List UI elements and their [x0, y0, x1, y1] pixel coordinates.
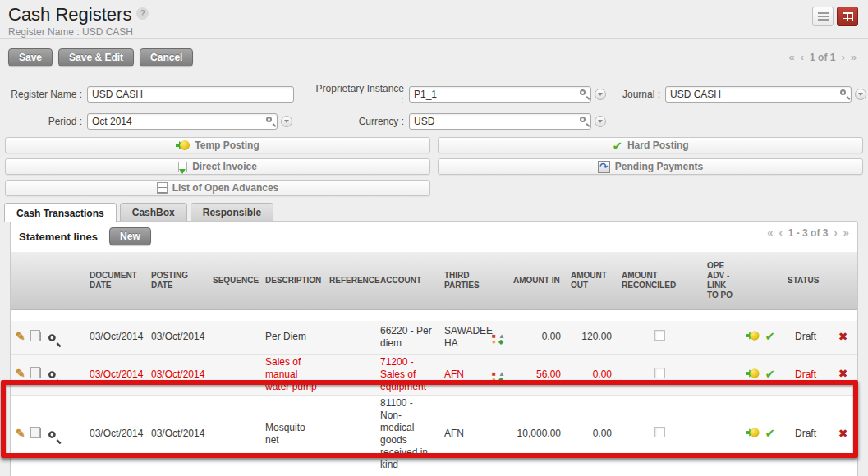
- proprietary-instance-input[interactable]: [409, 86, 591, 103]
- help-icon[interactable]: ?: [136, 7, 149, 20]
- table-header-row: DOCUMENT DATE POSTING DATE SEQUENCE DESC…: [11, 252, 857, 309]
- table-row-highlighted[interactable]: ✎ 03/Oct/2014 03/Oct/2014 Mosquito net 8…: [11, 395, 857, 473]
- pager-first-icon[interactable]: «: [789, 51, 795, 63]
- delete-icon[interactable]: ✖: [838, 330, 848, 343]
- pager-first-icon[interactable]: «: [767, 227, 773, 239]
- col-third-parties[interactable]: THIRD PARTIES: [439, 252, 487, 309]
- hard-posting-check-icon[interactable]: ✔: [765, 329, 775, 343]
- record-subtitle: Register Name : USD CASH: [8, 25, 860, 39]
- edit-icon[interactable]: ✎: [16, 330, 25, 343]
- tab-cash-transactions[interactable]: Cash Transactions: [4, 203, 117, 222]
- reference-cell: [324, 354, 375, 395]
- amount-out-cell: 0.00: [566, 395, 617, 473]
- hard-posting-check-icon[interactable]: ✔: [765, 367, 775, 381]
- col-delete: [829, 252, 857, 309]
- pending-payments-button[interactable]: ↷ Pending Payments: [438, 158, 863, 175]
- statement-lines-panel: Statement lines New « ‹ 1 - 3 of 3 › » D…: [10, 221, 858, 476]
- sequence-cell: [208, 321, 260, 354]
- temp-posting-button[interactable]: Temp Posting: [5, 137, 430, 153]
- amount-out-cell: 120.00: [566, 321, 617, 354]
- duplicate-icon[interactable]: [33, 368, 41, 378]
- search-icon[interactable]: [266, 117, 272, 122]
- direct-invoice-button[interactable]: Direct Invoice: [5, 158, 430, 175]
- open-record-icon[interactable]: [48, 371, 56, 378]
- ope-adv-cell: [702, 321, 738, 354]
- pager-next-icon[interactable]: ›: [834, 227, 837, 239]
- col-status[interactable]: STATUS: [783, 252, 829, 309]
- amount-reconciled-checkbox[interactable]: [654, 368, 665, 378]
- period-dropdown-icon[interactable]: [281, 116, 292, 127]
- currency-dropdown-icon[interactable]: [595, 116, 606, 127]
- reference-cell: [324, 395, 375, 473]
- form-view-button[interactable]: [837, 7, 858, 26]
- col-amount-in[interactable]: AMOUNT IN: [508, 252, 566, 309]
- tab-responsible[interactable]: Responsible: [191, 203, 273, 222]
- journal-dropdown-icon[interactable]: [855, 89, 866, 100]
- col-reference[interactable]: REFERENCE: [324, 252, 375, 309]
- pager-count: 1 of 1: [810, 52, 835, 63]
- amount-out-cell: 0.00: [566, 354, 617, 395]
- temp-posting-icon[interactable]: [746, 428, 759, 437]
- cancel-button[interactable]: Cancel: [140, 48, 193, 66]
- posting-date-cell: 03/Oct/2014: [146, 321, 208, 354]
- col-document-date[interactable]: DOCUMENT DATE: [85, 252, 146, 309]
- ope-adv-cell: [702, 354, 738, 395]
- hard-posting-label: Hard Posting: [627, 140, 689, 151]
- account-cell: 81100 - Non-medical goods received in ki…: [375, 395, 439, 473]
- new-line-button[interactable]: New: [109, 227, 151, 245]
- edit-icon[interactable]: ✎: [16, 367, 25, 380]
- status-cell: Draft: [783, 321, 829, 354]
- journal-input[interactable]: [665, 86, 852, 103]
- partner-shapes-icon: ■▲ ●◆: [492, 333, 505, 345]
- table-row[interactable]: ✎ 03/Oct/2014 03/Oct/2014 Sales of manua…: [11, 354, 857, 395]
- save-button[interactable]: Save: [8, 48, 53, 66]
- duplicate-icon[interactable]: [33, 428, 41, 438]
- col-posting-date[interactable]: POSTING DATE: [146, 252, 208, 309]
- open-record-icon[interactable]: [48, 431, 56, 438]
- search-icon[interactable]: [840, 89, 846, 95]
- hard-posting-button[interactable]: ✔ Hard Posting: [438, 137, 863, 153]
- toolbar: Save Save & Edit Cancel « ‹ 1 of 1 › »: [8, 48, 860, 66]
- delete-icon[interactable]: ✖: [838, 427, 848, 440]
- account-cell: 71200 - Sales of equipment: [375, 354, 439, 395]
- pager-prev-icon[interactable]: ‹: [778, 227, 782, 239]
- duplicate-icon[interactable]: [33, 332, 41, 341]
- pager-last-icon[interactable]: »: [843, 227, 849, 239]
- amount-reconciled-checkbox[interactable]: [654, 427, 665, 437]
- open-record-icon[interactable]: [48, 334, 56, 341]
- period-input[interactable]: [87, 113, 278, 130]
- list-open-advances-button[interactable]: List of Open Advances: [5, 180, 430, 196]
- description-cell: Sales of manual water pump: [260, 354, 324, 395]
- register-name-input[interactable]: [87, 86, 294, 103]
- action-buttons: Temp Posting ✔ Hard Posting Direct Invoi…: [5, 137, 863, 196]
- col-sequence[interactable]: SEQUENCE: [208, 252, 260, 309]
- list-view-button[interactable]: [812, 7, 834, 26]
- status-cell: Draft: [783, 354, 829, 395]
- col-amount-reconciled[interactable]: AMOUNT RECONCILED: [617, 252, 702, 309]
- save-edit-button[interactable]: Save & Edit: [58, 48, 134, 66]
- register-name-label: Register Name :: [5, 89, 87, 100]
- search-icon[interactable]: [580, 89, 586, 95]
- pager-prev-icon[interactable]: ‹: [801, 51, 804, 63]
- proprietary-instance-dropdown-icon[interactable]: [595, 89, 606, 100]
- amount-reconciled-checkbox[interactable]: [654, 330, 665, 341]
- edit-icon[interactable]: ✎: [16, 427, 25, 440]
- col-account[interactable]: ACCOUNT: [375, 252, 439, 309]
- col-ope-adv-link-to-po[interactable]: OPE ADV - LINK TO PO: [702, 252, 738, 309]
- third-parties-cell: AFN: [439, 395, 487, 473]
- temp-posting-icon[interactable]: [746, 332, 759, 341]
- pager-last-icon[interactable]: »: [851, 51, 857, 63]
- pager-next-icon[interactable]: ›: [841, 51, 844, 63]
- currency-input[interactable]: [409, 113, 591, 130]
- col-description[interactable]: DESCRIPTION: [260, 252, 324, 309]
- currency-label: Currency :: [310, 116, 409, 127]
- third-parties-cell: SAWADEE HA: [439, 321, 487, 354]
- col-amount-out[interactable]: AMOUNT OUT: [566, 252, 617, 309]
- hard-posting-check-icon[interactable]: ✔: [765, 426, 775, 440]
- search-icon[interactable]: [580, 117, 586, 122]
- table-row[interactable]: ✎ 03/Oct/2014 03/Oct/2014 Per Diem 66220…: [11, 321, 857, 354]
- temp-posting-icon[interactable]: [746, 368, 759, 378]
- delete-icon[interactable]: ✖: [838, 367, 848, 380]
- invoice-document-icon: [178, 162, 187, 172]
- tab-cashbox[interactable]: CashBox: [120, 203, 187, 222]
